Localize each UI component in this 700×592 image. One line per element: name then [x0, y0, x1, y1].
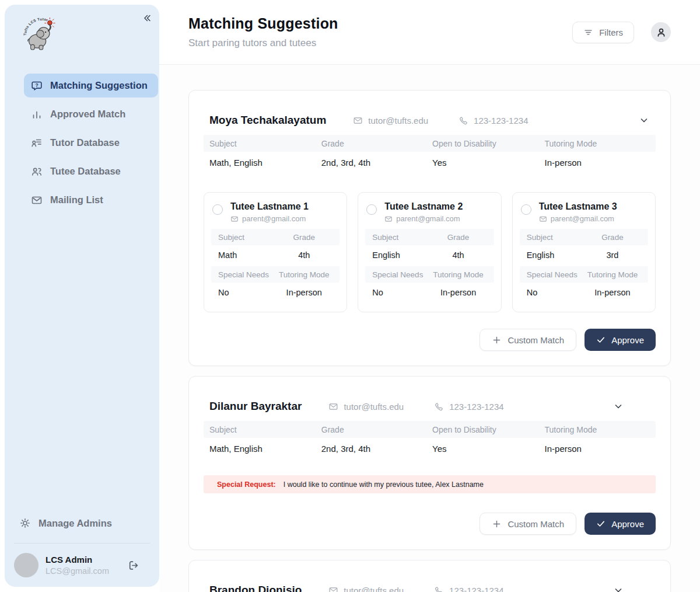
- expand-card-button[interactable]: [638, 114, 650, 126]
- tutor-table-values: Math, English 2nd, 3rd, 4th Yes In-perso…: [204, 152, 656, 175]
- tutor-name: Moya Techakalayatum: [209, 114, 326, 127]
- tutee-special-needs: No: [527, 288, 584, 297]
- tutee-id-block: Tutee Lastname 2 parent@gmail.com: [384, 201, 463, 223]
- tutor-table-header: Subject Grade Open to Disability Tutorin…: [204, 421, 656, 438]
- approve-label: Approve: [611, 519, 644, 529]
- col-mode: Tutoring Mode: [429, 270, 487, 279]
- tutor-header: Dilanur Bayraktar tutor@tufts.edu 123-12…: [209, 400, 650, 413]
- col-grade: Grade: [321, 139, 432, 148]
- approve-button[interactable]: Approve: [584, 513, 656, 535]
- custom-match-label: Custom Match: [508, 519, 564, 529]
- approve-label: Approve: [611, 335, 644, 345]
- tutee-subject: English: [372, 250, 429, 260]
- tutor-list-icon: [31, 137, 43, 149]
- tutee-email-text: parent@gmail.com: [396, 214, 460, 223]
- app-logo: Tufts LCS Tutoring: [23, 15, 159, 51]
- card-actions: Custom Match Approve: [204, 513, 656, 535]
- tutor-card: Moya Techakalayatum tutor@tufts.edu 123-…: [188, 90, 671, 366]
- sidebar-item-matching-suggestion[interactable]: ? Matching Suggestion: [24, 74, 158, 97]
- check-icon: [596, 519, 606, 528]
- tutee-header: Tutee Lastname 3 parent@gmail.com: [521, 201, 647, 223]
- col-grade: Grade: [429, 233, 487, 242]
- special-request-banner: Special Request: I would like to continu…: [204, 475, 656, 493]
- tutee-table-header: Subject Grade: [520, 229, 648, 245]
- tutee-card: Tutee Lastname 1 parent@gmail.com: [204, 192, 347, 312]
- page-subtitle: Start paring tutors and tutees: [188, 37, 338, 49]
- tutee-suggestions: Tutee Lastname 1 parent@gmail.com: [204, 192, 656, 312]
- sidebar-divider: [14, 543, 150, 544]
- tutee-mode: In-person: [275, 288, 332, 297]
- tutor-mode: In-person: [545, 444, 650, 454]
- sidebar-item-tutor-database[interactable]: Tutor Database: [24, 131, 158, 155]
- chevron-down-icon: [638, 114, 650, 126]
- custom-match-button[interactable]: Custom Match: [480, 513, 576, 535]
- tutor-email: tutor@tufts.edu: [328, 586, 404, 592]
- bar-chart-icon: [31, 109, 43, 120]
- col-mode: Tutoring Mode: [275, 270, 332, 279]
- envelope-icon: [328, 402, 338, 412]
- tutor-mode: In-person: [545, 158, 650, 168]
- tutor-phone-text: 123-123-1234: [474, 116, 528, 126]
- tutee-grade: 3rd: [584, 250, 641, 260]
- chevron-down-icon: [612, 401, 624, 412]
- approve-button[interactable]: Approve: [584, 329, 656, 351]
- sidebar-item-approved-match[interactable]: Approved Match: [24, 102, 158, 126]
- sidebar-item-label: Approved Match: [50, 109, 125, 120]
- sidebar-nav: ? Matching Suggestion Approved Match Tut…: [5, 74, 159, 212]
- logout-button[interactable]: [127, 559, 139, 572]
- sidebar-item-label: Mailing List: [50, 194, 103, 206]
- tutee-name: Tutee Lastname 3: [539, 201, 617, 212]
- tutor-phone: 123-123-1234: [434, 402, 503, 412]
- sidebar-item-label: Tutee Database: [50, 166, 121, 177]
- user-texts: LCS Admin LCS@gmail.com: [46, 555, 109, 576]
- custom-match-button[interactable]: Custom Match: [480, 329, 576, 351]
- sidebar: Tufts LCS Tutoring: [5, 5, 159, 587]
- tutee-radio[interactable]: [212, 204, 223, 215]
- col-mode: Tutoring Mode: [545, 139, 650, 148]
- filters-button[interactable]: Filters: [572, 22, 634, 43]
- page-title-block: Matching Suggestion Start paring tutors …: [188, 15, 338, 49]
- tutee-header: Tutee Lastname 2 parent@gmail.com: [366, 201, 492, 223]
- tutee-special-needs: No: [218, 288, 275, 297]
- envelope-icon: [328, 586, 338, 592]
- sidebar-item-mailing-list[interactable]: Mailing List: [24, 188, 158, 212]
- expand-card-button[interactable]: [612, 401, 624, 412]
- user-email: LCS@gmail.com: [46, 566, 109, 576]
- tutee-radio[interactable]: [521, 204, 531, 215]
- tutee-table-values-2: No In-person: [365, 283, 494, 304]
- tutor-header: Brandon Dionisio tutor@tufts.edu 123-123…: [209, 584, 650, 592]
- special-request-label: Special Request:: [217, 480, 276, 489]
- app-window: Tufts LCS Tutoring: [0, 0, 700, 592]
- tutor-grade: 2nd, 3rd, 4th: [321, 444, 432, 454]
- phone-icon: [434, 402, 444, 412]
- sidebar-item-manage-admins[interactable]: Manage Admins: [5, 511, 159, 535]
- elephant-logo-icon: Tufts LCS Tutoring: [23, 15, 57, 51]
- tutee-email: parent@gmail.com: [539, 214, 617, 223]
- tutee-subject: English: [527, 250, 584, 260]
- tutor-name: Dilanur Bayraktar: [209, 400, 302, 413]
- page-title: Matching Suggestion: [188, 15, 338, 32]
- collapse-sidebar-button[interactable]: [142, 13, 152, 23]
- col-disability: Open to Disability: [432, 139, 545, 148]
- tutor-email: tutor@tufts.edu: [353, 116, 428, 126]
- user-profile: LCS Admin LCS@gmail.com: [14, 553, 150, 577]
- tutee-radio[interactable]: [366, 204, 377, 215]
- header-actions: Filters: [572, 22, 671, 43]
- tutor-name: Brandon Dionisio: [209, 584, 302, 592]
- tutor-email-text: tutor@tufts.edu: [344, 402, 404, 412]
- check-icon: [596, 335, 606, 344]
- expand-card-button[interactable]: [612, 584, 624, 592]
- tutee-id-block: Tutee Lastname 1 parent@gmail.com: [230, 201, 309, 223]
- chat-question-icon: ?: [31, 80, 43, 92]
- tutee-table-header-2: Special Needs Tutoring Mode: [365, 266, 494, 283]
- tutee-card: Tutee Lastname 2 parent@gmail.com: [358, 192, 501, 312]
- tutee-table-header-2: Special Needs Tutoring Mode: [211, 266, 340, 283]
- sidebar-item-tutee-database[interactable]: Tutee Database: [24, 159, 158, 183]
- profile-avatar-button[interactable]: [651, 22, 671, 42]
- tutee-grade: 4th: [429, 250, 487, 260]
- tutee-table-header: Subject Grade: [211, 229, 340, 245]
- col-mode: Tutoring Mode: [584, 270, 641, 279]
- tutee-email: parent@gmail.com: [230, 214, 309, 223]
- person-icon: [656, 27, 667, 38]
- svg-text:?: ?: [35, 82, 38, 88]
